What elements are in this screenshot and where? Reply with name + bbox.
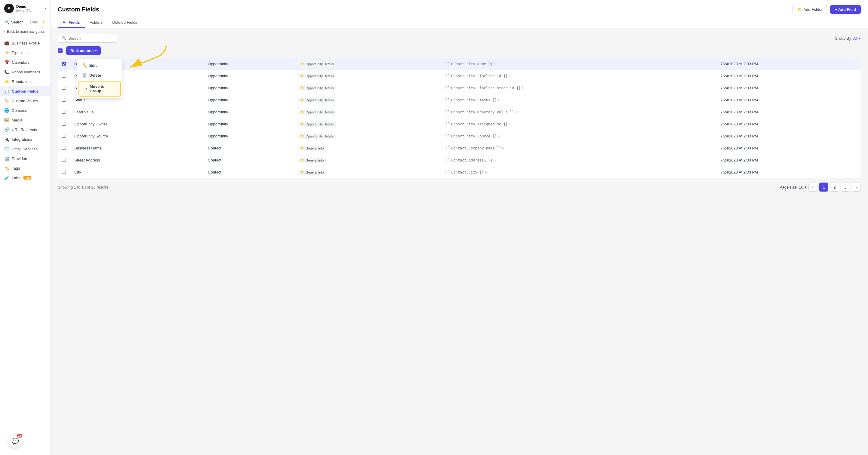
copy-icon[interactable]: ⎘ (502, 146, 504, 150)
sidebar-item-domains[interactable]: 🌐 Domains (0, 105, 50, 115)
sidebar-item-providers[interactable]: 🏢 Providers (0, 154, 50, 163)
field-name: Street Address (70, 154, 204, 166)
sidebar-navigation: 💼 Business Profile ⚡ Pipelines 📅 Calenda… (0, 36, 50, 184)
search-box[interactable]: 🔍 (58, 34, 118, 43)
page-2-button[interactable]: 2 (830, 183, 839, 191)
field-key: {{ Contact.City }} ⎘ (441, 166, 716, 178)
row-checkbox[interactable] (62, 146, 66, 150)
sidebar-item-label: Reputation (12, 80, 31, 84)
add-folder-label: Add Folder (803, 7, 823, 12)
page-3-button[interactable]: 3 (841, 183, 850, 191)
toolbar-row: 🔍 Group By All ▾ (58, 34, 861, 43)
sidebar-item-phone-numbers[interactable]: 📞 Phone Numbers (0, 67, 50, 77)
copy-icon[interactable]: ⎘ (509, 74, 511, 78)
field-type: Contact (204, 142, 293, 154)
sidebar-item-label: Email Services (12, 147, 38, 151)
fields-table: Opportunity Name Opportunity 📁 Opportuni… (58, 58, 861, 178)
chevron-down-icon: ▾ (805, 185, 807, 189)
pagination-controls: Page size 10 ▾ ‹ 1 2 3 › (780, 183, 861, 191)
email-services-icon: ✉️ (4, 147, 9, 151)
next-page-button[interactable]: › (852, 183, 861, 191)
chat-icon: 💬 (11, 437, 19, 445)
table-row: Status Opportunity 📁 Opportunity Details… (58, 94, 861, 106)
back-nav[interactable]: ‹ Back to main navigation (0, 27, 50, 36)
chevron-down-icon: ▾ (95, 49, 97, 52)
sidebar-item-labs[interactable]: 🧪 Labs new (0, 173, 50, 183)
row-checkbox[interactable] (62, 74, 66, 78)
select-all-checkbox[interactable]: − (58, 49, 63, 53)
copy-icon[interactable]: ⎘ (498, 98, 500, 102)
dropdown-item-delete[interactable]: 🗑️ Delete (77, 70, 122, 80)
sidebar-item-integrations[interactable]: 🔌 Integrations (0, 134, 50, 144)
sidebar-search[interactable]: 🔍 Search ⌘K ⚡ (0, 17, 50, 27)
search-icon: 🔍 (4, 20, 9, 24)
field-date: 7/24/2023 At 2:03 PM (716, 118, 861, 130)
copy-icon[interactable]: ⎘ (485, 170, 487, 174)
row-checkbox[interactable] (62, 62, 66, 66)
row-checkbox[interactable] (62, 134, 66, 138)
page-title: Custom Fields (58, 6, 99, 13)
field-name: Business Name (70, 142, 204, 154)
sidebar-item-calendars[interactable]: 📅 Calendars (0, 57, 50, 67)
field-key: {{ Opportunity.Source }} ⎘ (441, 130, 716, 142)
group-by-link[interactable]: All ▾ (852, 36, 861, 40)
copy-icon[interactable]: ⎘ (509, 122, 511, 126)
dropdown-item-move-to-group[interactable]: ↗ Move to Group (79, 81, 121, 96)
sidebar-item-business-profile[interactable]: 💼 Business Profile (0, 38, 50, 48)
sidebar-item-url-redirects[interactable]: 🔗 URL Redirects (0, 125, 50, 134)
tab-all-fields[interactable]: All Fields (58, 18, 85, 28)
dropdown-item-edit[interactable]: ✏️ Edit (77, 60, 122, 70)
row-checkbox[interactable] (62, 158, 66, 162)
user-location: Irvine, CA (16, 9, 42, 12)
copy-icon[interactable]: ⎘ (494, 158, 496, 162)
page-1-button[interactable]: 1 (819, 183, 828, 191)
field-key: {{ Contact.Company_name }} ⎘ (441, 142, 716, 154)
prev-page-button[interactable]: ‹ (808, 183, 817, 191)
bulk-actions-row: − Bulk actions ▾ ✏️ Edit 🗑️ Delete ↗ (58, 46, 861, 55)
field-type: Opportunity (204, 94, 293, 106)
row-checkbox[interactable] (62, 122, 66, 126)
chat-bubble[interactable]: 💬 18 (8, 434, 22, 448)
page-size-selector[interactable]: Page size 10 ▾ (780, 185, 807, 189)
field-date: 7/24/2023 At 2:03 PM (716, 154, 861, 166)
row-checkbox[interactable] (62, 170, 66, 174)
table-row: Opportunity Owner Opportunity 📁 Opportun… (58, 118, 861, 130)
header-actions: 📁 Add Folder + Add Field (793, 5, 861, 14)
calendars-icon: 📅 (4, 60, 9, 65)
sidebar-item-custom-fields[interactable]: 📊 Custom Fields (0, 86, 50, 96)
copy-icon[interactable]: ⎘ (498, 134, 500, 138)
tab-folders[interactable]: Folders (85, 18, 107, 28)
user-name: Demo (16, 4, 42, 9)
sidebar-item-pipelines[interactable]: ⚡ Pipelines (0, 48, 50, 57)
bulk-actions-button[interactable]: Bulk actions ▾ ✏️ Edit 🗑️ Delete ↗ Move … (66, 46, 101, 55)
sidebar-item-custom-values[interactable]: 🏷️ Custom Values (0, 96, 50, 105)
labs-new-badge: new (24, 176, 31, 180)
row-checkbox[interactable] (62, 98, 66, 102)
row-checkbox[interactable] (62, 110, 66, 114)
field-key: {{ Opportunity.Monetary_value }} ⎘ (441, 106, 716, 118)
copy-icon[interactable]: ⎘ (494, 62, 496, 66)
field-key: {{ Opportunity.Pipeline_stage_id }} ⎘ (441, 82, 716, 94)
tab-bar: All Fields Folders Deleted Fields (58, 18, 861, 28)
search-input[interactable] (68, 36, 111, 40)
field-type: Opportunity (204, 82, 293, 94)
sidebar-item-email-services[interactable]: ✉️ Email Services (0, 144, 50, 154)
main-header: Custom Fields 📁 Add Folder + Add Field A… (51, 0, 868, 28)
tab-deleted-fields[interactable]: Deleted Fields (107, 18, 142, 28)
row-checkbox[interactable] (62, 86, 66, 90)
toolbar-left: 🔍 (58, 34, 118, 43)
sidebar-item-media[interactable]: 🖼️ Media (0, 115, 50, 125)
sidebar-item-label: Business Profile (12, 41, 40, 46)
add-folder-button[interactable]: 📁 Add Folder (793, 5, 827, 14)
providers-icon: 🏢 (4, 156, 9, 161)
table-row: Stage Opportunity 📁 Opportunity Details … (58, 82, 861, 94)
copy-icon[interactable]: ⎘ (516, 110, 518, 114)
group-by-label: Group By (835, 36, 851, 40)
user-account-switcher[interactable]: A Demo Irvine, CA ▾ (4, 4, 46, 13)
copy-icon[interactable]: ⎘ (522, 86, 524, 90)
sidebar-item-reputation[interactable]: ⭐ Reputation (0, 77, 50, 86)
custom-values-icon: 🏷️ (4, 98, 9, 103)
add-field-button[interactable]: + Add Field (830, 5, 861, 14)
sidebar-item-tags[interactable]: 🏷️ Tags (0, 163, 50, 173)
table-row: Opportunity Name Opportunity 📁 Opportuni… (58, 58, 861, 70)
